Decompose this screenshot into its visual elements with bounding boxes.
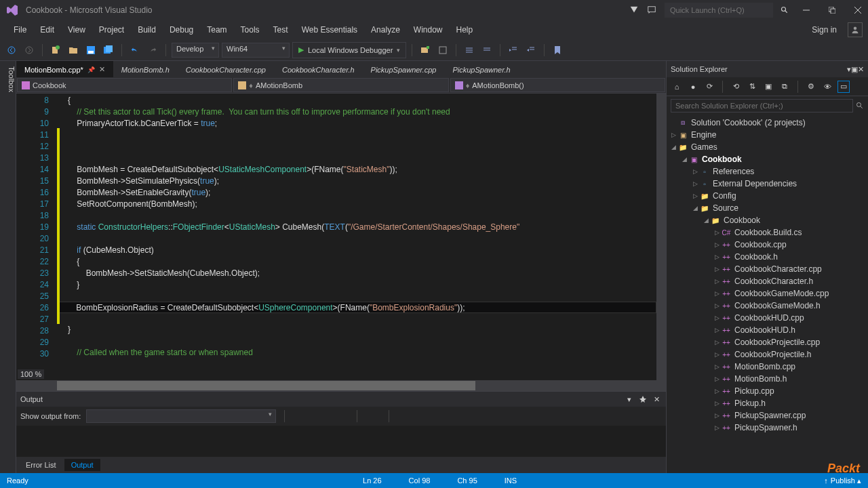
tree-node[interactable]: ⧈Solution 'Cookbook' (2 projects) (667, 117, 868, 129)
close-button[interactable] (848, 1, 868, 20)
se-collapse-icon[interactable]: ⇅ (746, 81, 758, 93)
tree-node[interactable]: ▷++PickupSpawner.cpp (667, 409, 868, 422)
menu-test[interactable]: Test (267, 22, 295, 37)
menu-view[interactable]: View (61, 22, 92, 37)
se-back-icon[interactable]: ● (687, 81, 699, 93)
tb-btn-1[interactable] (418, 43, 433, 58)
tree-node[interactable]: ▷++CookbookCharacter.h (667, 275, 868, 287)
output-source-dropdown[interactable] (86, 409, 276, 423)
se-copy-icon[interactable]: ⧉ (778, 81, 791, 93)
out-btn-3[interactable] (334, 409, 349, 424)
se-home-icon[interactable]: ⌂ (671, 81, 683, 93)
scope-dropdown[interactable]: Cookbook (17, 78, 232, 92)
panel-close-icon[interactable]: ✕ (651, 394, 662, 405)
tree-node[interactable]: ▷++CookbookHUD.h (667, 324, 868, 336)
se-last-icon[interactable]: ▭ (837, 81, 850, 93)
publish-button[interactable]: ↑Publish ▴ (824, 476, 861, 485)
sign-in-link[interactable]: Sign in (805, 22, 844, 37)
tree-node[interactable]: ▷++CookbookCharacter.cpp (667, 263, 868, 275)
start-debug-button[interactable]: ▶ Local Windows Debugger ▾ (292, 42, 406, 58)
tree-node[interactable]: ▷++MotionBomb.cpp (667, 361, 868, 373)
solexp-search-input[interactable] (671, 99, 853, 113)
menu-debug[interactable]: Debug (163, 22, 200, 37)
tree-node[interactable]: ◢📁Cookbook (667, 214, 868, 226)
tree-node[interactable]: ▷++PickupSpawner.h (667, 422, 868, 434)
tree-node[interactable]: ▷++Pickup.h (667, 397, 868, 409)
output-body[interactable] (16, 426, 666, 457)
class-dropdown[interactable]: ♦AMotionBomb (233, 78, 448, 92)
panel-dropdown-icon[interactable]: ▾ (624, 394, 635, 405)
tree-node[interactable]: ▷++MotionBomb.h (667, 373, 868, 385)
feedback-icon[interactable] (647, 5, 659, 15)
tree-node[interactable]: ▷++CookbookGameMode.h (667, 300, 868, 312)
doctab[interactable]: MotionBomb.h (113, 61, 178, 77)
save-all-button[interactable] (101, 43, 116, 58)
tree-node[interactable]: ▷▫External Dependencies (667, 178, 868, 190)
doctab[interactable]: PickupSpawner.cpp (363, 61, 445, 77)
quick-launch-input[interactable] (665, 3, 773, 18)
doctab[interactable]: PickupSpawner.h (444, 61, 518, 77)
menu-project[interactable]: Project (92, 22, 131, 37)
solexp-close-icon[interactable]: ✕ (858, 65, 864, 74)
tree-node[interactable]: ▷▫References (667, 165, 868, 178)
close-icon[interactable]: ✕ (99, 65, 105, 74)
doctab[interactable]: CookbookCharacter.h (274, 61, 363, 77)
redo-button[interactable] (145, 43, 160, 58)
tree-node[interactable]: ▷++CookbookHUD.cpp (667, 312, 868, 324)
menu-window[interactable]: Window (407, 22, 450, 37)
tree-node[interactable]: ◢📁Games (667, 141, 868, 153)
menu-webess[interactable]: Web Essentials (295, 22, 364, 37)
tb-indent-button[interactable] (506, 43, 521, 58)
menu-edit[interactable]: Edit (33, 22, 61, 37)
member-dropdown[interactable]: ♦AMotionBomb() (450, 78, 665, 92)
save-button[interactable] (83, 43, 98, 58)
tree-node[interactable]: ▷📁Config (667, 190, 868, 202)
tb-outdent-button[interactable] (524, 43, 538, 58)
tree-node[interactable]: ▷++CookbookProjectile.cpp (667, 336, 868, 348)
tb-bookmark-button[interactable] (550, 43, 565, 58)
tb-uncomment-button[interactable] (479, 43, 494, 58)
tree-node[interactable]: ▷++CookbookProjectile.h (667, 348, 868, 361)
search-icon[interactable] (778, 4, 791, 16)
se-refresh-icon[interactable]: ⟲ (730, 81, 742, 93)
toolbox-tab[interactable]: Toolbox (0, 61, 16, 473)
tb-comment-button[interactable] (462, 43, 477, 58)
menu-build[interactable]: Build (131, 22, 163, 37)
undo-button[interactable] (127, 43, 142, 58)
out-btn-2[interactable] (313, 409, 328, 424)
tree-node[interactable]: ▷▣Engine (667, 129, 868, 141)
code-editor[interactable]: 8910111213141516171819202122232425262728… (16, 94, 666, 380)
platform-dropdown[interactable]: Win64 (222, 43, 290, 58)
zoom-level[interactable]: 100 % (18, 369, 44, 379)
solexp-tree[interactable]: ⧈Solution 'Cookbook' (2 projects)▷▣Engin… (667, 115, 868, 473)
tree-node[interactable]: ▷C#Cookbook.Build.cs (667, 226, 868, 239)
tree-node[interactable]: ◢▣Cookbook (667, 153, 868, 165)
out-btn-1[interactable] (293, 409, 308, 424)
se-prop-icon[interactable]: ⚙ (805, 81, 817, 93)
se-preview-icon[interactable]: 👁 (821, 81, 833, 93)
new-project-button[interactable] (48, 43, 63, 58)
solexp-pin-icon[interactable]: ▣ (851, 65, 858, 74)
nav-back-button[interactable] (4, 43, 19, 58)
tree-node[interactable]: ▷++Cookbook.cpp (667, 239, 868, 251)
out-btn-5[interactable] (397, 409, 412, 424)
menu-team[interactable]: Team (200, 22, 233, 37)
se-showall-icon[interactable]: ▣ (762, 81, 774, 93)
menu-file[interactable]: File (7, 22, 33, 37)
tree-node[interactable]: ▷++CookbookGameMode.cpp (667, 287, 868, 300)
tree-node[interactable]: ▷++Pickup.cpp (667, 385, 868, 397)
doctab[interactable]: CookbookCharacter.cpp (178, 61, 274, 77)
horizontal-scrollbar[interactable] (16, 380, 666, 391)
nav-fwd-button[interactable] (22, 43, 37, 58)
account-icon[interactable] (848, 22, 863, 37)
minimize-button[interactable] (796, 1, 816, 20)
se-fwd-icon[interactable]: ⟳ (703, 81, 715, 93)
tb-btn-2[interactable] (435, 43, 450, 58)
notifications-icon[interactable] (629, 5, 642, 15)
open-file-button[interactable] (66, 43, 81, 58)
maximize-button[interactable] (822, 1, 842, 20)
search-icon[interactable] (856, 102, 864, 110)
tab-error-list[interactable]: Error List (19, 459, 63, 471)
tab-output[interactable]: Output (64, 459, 100, 471)
menu-help[interactable]: Help (450, 22, 480, 37)
